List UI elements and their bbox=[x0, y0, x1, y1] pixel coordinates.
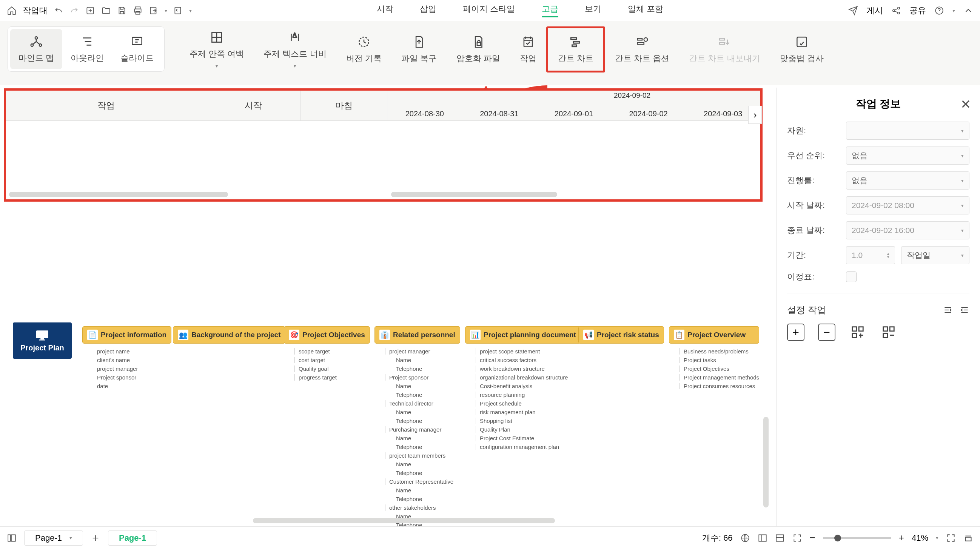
mindmap-leaf[interactable]: Project sponsor bbox=[93, 374, 172, 380]
mindmap-leaf[interactable]: resource planning bbox=[476, 391, 581, 398]
canvas-h-scrollbar[interactable] bbox=[253, 518, 555, 524]
version-history-button[interactable]: 버전 기록 bbox=[336, 26, 391, 73]
mindmap-leaf[interactable]: project scope statement bbox=[476, 348, 581, 355]
mindmap-branch[interactable]: 📋Project OverviewBusiness needs/problems… bbox=[669, 326, 759, 389]
more-icon[interactable]: ▾ bbox=[189, 8, 192, 14]
mindmap-leaf[interactable]: Project schedule bbox=[476, 400, 581, 407]
mindmap-leaf[interactable]: critical success factors bbox=[476, 357, 581, 363]
redo-icon[interactable] bbox=[70, 6, 79, 16]
mindmap-leaf[interactable]: organizational breakdown structure bbox=[476, 374, 581, 380]
mindmap-leaf[interactable]: scope target bbox=[294, 348, 370, 355]
mindmap-branch[interactable]: 👥Background of the project bbox=[173, 326, 285, 344]
menu-allinclude[interactable]: 일체 포함 bbox=[628, 3, 663, 18]
zoom-slider[interactable] bbox=[823, 537, 891, 539]
mindmap-leaf[interactable]: Business needs/problems bbox=[679, 348, 759, 355]
mindmap-leaf[interactable]: Project Cost Estimate bbox=[476, 435, 581, 441]
mindmap-leaf[interactable]: Project consumes resources bbox=[679, 383, 759, 389]
link-remove-icon[interactable] bbox=[880, 324, 897, 341]
menu-insert[interactable]: 삽입 bbox=[420, 3, 436, 18]
gantt-options-button[interactable]: 간트 차트 옵션 bbox=[605, 26, 679, 73]
page-selector[interactable]: Page-1▾ bbox=[24, 530, 83, 546]
gantt-next-button[interactable]: › bbox=[748, 106, 762, 124]
mindmap-leaf[interactable]: project name bbox=[93, 348, 172, 355]
mindmap-leaf[interactable]: Name bbox=[392, 435, 460, 441]
menu-view[interactable]: 보기 bbox=[585, 3, 601, 18]
mindmap-leaf[interactable]: Telephone bbox=[392, 496, 460, 502]
progress-select[interactable]: 없음▾ bbox=[846, 172, 969, 189]
encrypt-file-button[interactable]: 암호화 파일 bbox=[447, 26, 510, 73]
mindmap-leaf[interactable]: project manager bbox=[93, 366, 172, 372]
mindmap-leaf[interactable]: Quality goal bbox=[294, 366, 370, 372]
import-icon[interactable] bbox=[173, 6, 183, 16]
mindmap-leaf[interactable]: project team members bbox=[385, 452, 460, 459]
mindmap-leaf[interactable]: Name bbox=[392, 461, 460, 468]
share-label[interactable]: 공유 bbox=[909, 5, 926, 16]
indent-right-icon[interactable] bbox=[959, 305, 969, 315]
task-button[interactable]: 작업 bbox=[510, 26, 546, 73]
view-slide-button[interactable]: 슬라이드 bbox=[112, 29, 162, 69]
mindmap-branch[interactable]: 📄Project informationproject nameclient's… bbox=[82, 326, 172, 389]
new-icon[interactable] bbox=[85, 6, 95, 16]
duration-stepper[interactable]: 1.0▴▾ bbox=[846, 246, 895, 264]
resource-select[interactable]: ▾ bbox=[846, 122, 969, 140]
spellcheck-button[interactable]: 맞춤법 검사 bbox=[770, 26, 834, 73]
publish-label[interactable]: 게시 bbox=[866, 5, 883, 16]
export-chevron-icon[interactable]: ▾ bbox=[165, 8, 167, 14]
collapse-ribbon-icon[interactable] bbox=[963, 6, 973, 16]
mindmap-leaf[interactable]: Shopping list bbox=[476, 418, 581, 424]
undo-icon[interactable] bbox=[54, 6, 64, 16]
mindmap-leaf[interactable]: Name bbox=[392, 409, 460, 415]
mindmap-leaf[interactable]: project manager bbox=[385, 348, 460, 355]
mindmap-branch[interactable]: 🎯Project Objectivesscope targetcost targ… bbox=[284, 326, 370, 380]
zoom-out-button[interactable]: − bbox=[810, 532, 815, 544]
mindmap-root-node[interactable]: Project Plan bbox=[13, 323, 72, 359]
mindmap-leaf[interactable]: Cost-benefit analysis bbox=[476, 383, 581, 389]
mindmap-leaf[interactable]: Project tasks bbox=[679, 357, 759, 363]
zoom-in-button[interactable]: + bbox=[899, 532, 904, 544]
fullscreen-icon[interactable] bbox=[946, 533, 956, 543]
mindmap-leaf[interactable]: Technical director bbox=[385, 400, 460, 407]
mindmap-leaf[interactable]: Customer Representative bbox=[385, 478, 460, 485]
gantt-left-scrollbar[interactable] bbox=[9, 192, 228, 197]
topic-padding-button[interactable]: 주제 안쪽 여백▾ bbox=[180, 26, 254, 73]
branch-header[interactable]: 📄Project information bbox=[82, 326, 172, 344]
menu-pagestyle[interactable]: 페이지 스타일 bbox=[463, 3, 515, 18]
mindmap-leaf[interactable]: client's name bbox=[93, 357, 172, 363]
mindmap-leaf[interactable]: Purchasing manager bbox=[385, 426, 460, 433]
mindmap-leaf[interactable]: Telephone bbox=[392, 470, 460, 476]
layout1-icon[interactable] bbox=[758, 533, 767, 543]
add-task-button[interactable]: + bbox=[787, 324, 805, 341]
mindmap-leaf[interactable]: Quality Plan bbox=[476, 426, 581, 433]
duration-unit-select[interactable]: 작업일▾ bbox=[901, 246, 969, 264]
mindmap-leaf[interactable]: Telephone bbox=[392, 391, 460, 398]
export-icon[interactable] bbox=[149, 6, 159, 16]
end-date-field[interactable]: 2024-09-02 16:00▾ bbox=[846, 221, 969, 239]
gantt-right-scrollbar[interactable] bbox=[391, 192, 557, 197]
menu-advanced[interactable]: 고급 bbox=[542, 3, 558, 18]
mindmap-leaf[interactable]: Project management methods bbox=[679, 374, 759, 380]
branch-header[interactable]: 📢Project risk status bbox=[578, 326, 664, 344]
topic-textwidth-button[interactable]: A주제 텍스트 너비▾ bbox=[254, 26, 336, 73]
mindmap-leaf[interactable]: Telephone bbox=[392, 444, 460, 450]
publish-icon[interactable] bbox=[848, 6, 858, 16]
remove-task-button[interactable]: − bbox=[818, 324, 835, 341]
mindmap-leaf[interactable]: other stakeholders bbox=[385, 504, 460, 511]
file-recovery-button[interactable]: 파일 복구 bbox=[391, 26, 447, 73]
mindmap-leaf[interactable]: progress target bbox=[294, 374, 370, 380]
mindmap-leaf[interactable]: Telephone bbox=[392, 418, 460, 424]
layout2-icon[interactable] bbox=[775, 533, 785, 543]
pages-panel-icon[interactable] bbox=[7, 533, 17, 543]
mindmap-leaf[interactable]: cost target bbox=[294, 357, 370, 363]
branch-header[interactable]: 🎯Project Objectives bbox=[284, 326, 370, 344]
menu-start[interactable]: 시작 bbox=[377, 3, 393, 18]
mindmap-leaf[interactable]: Telephone bbox=[392, 366, 460, 372]
mindmap-leaf[interactable]: work breakdown structure bbox=[476, 366, 581, 372]
print-icon[interactable] bbox=[133, 6, 143, 16]
mindmap-leaf[interactable]: date bbox=[93, 383, 172, 389]
gantt-timeline[interactable]: 2024-09-02 2024-08-30 2024-08-31 2024-09… bbox=[387, 91, 760, 121]
mindmap-branch[interactable]: 📢Project risk status bbox=[578, 326, 664, 344]
share-icon[interactable] bbox=[891, 6, 901, 16]
open-icon[interactable] bbox=[101, 6, 111, 16]
mindmap-leaf[interactable]: configuration management plan bbox=[476, 444, 581, 450]
mindmap-leaf[interactable]: Name bbox=[392, 383, 460, 389]
